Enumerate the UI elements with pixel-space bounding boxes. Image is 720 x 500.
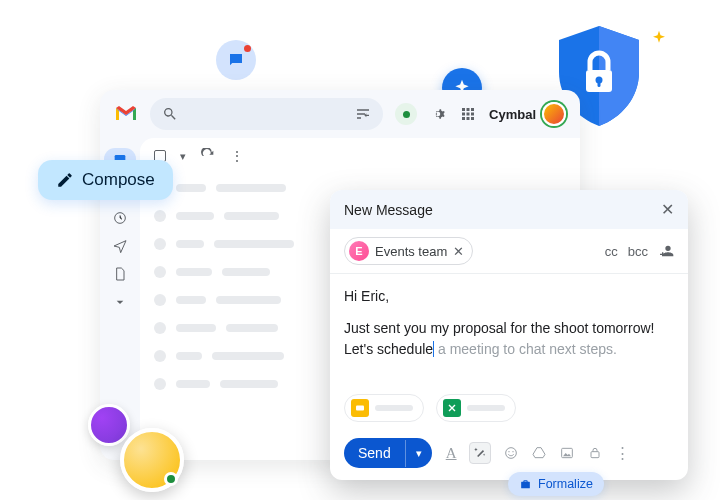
chat-bubble-decoration <box>216 40 256 80</box>
compose-header: New Message ✕ <box>330 190 688 229</box>
apps-icon[interactable] <box>459 105 477 123</box>
sheets-file-icon <box>443 399 461 417</box>
svg-point-8 <box>512 451 513 452</box>
status-active-icon <box>395 103 417 125</box>
clock-icon[interactable] <box>112 210 128 226</box>
contact-avatar-1 <box>88 404 130 446</box>
chat-icon <box>227 51 245 69</box>
person-add-icon[interactable] <box>658 243 674 259</box>
magic-wand-icon[interactable] <box>469 442 491 464</box>
chevron-down-icon[interactable] <box>112 294 128 310</box>
gmail-logo-icon <box>114 105 138 123</box>
cc-button[interactable]: cc <box>605 244 618 259</box>
pencil-icon <box>56 171 74 189</box>
smart-compose-suggestion: a meeting to chat next steps. <box>434 341 617 357</box>
slides-file-icon <box>351 399 369 417</box>
recipient-avatar-icon: E <box>349 241 369 261</box>
emoji-icon[interactable] <box>503 445 519 461</box>
search-input[interactable] <box>150 98 383 130</box>
compose-title: New Message <box>344 202 433 218</box>
svg-rect-10 <box>591 452 599 458</box>
presence-active-icon <box>164 472 178 486</box>
attachments-row <box>330 394 688 430</box>
recipient-chip-label: Events team <box>375 244 447 259</box>
list-toolbar: ▾ ⋮ <box>154 148 566 164</box>
send-button-label: Send <box>344 438 405 468</box>
lock-time-icon[interactable] <box>587 445 603 461</box>
remove-recipient-icon[interactable]: ✕ <box>453 244 464 259</box>
body-compose-line: Let's schedule a meeting to chat next st… <box>344 339 674 361</box>
formatting-toolbar: A ⋮ <box>446 442 632 464</box>
attachment-sheets[interactable] <box>436 394 516 422</box>
send-button[interactable]: Send ▾ <box>344 438 432 468</box>
tune-icon[interactable] <box>355 106 371 122</box>
overflow-icon[interactable]: ⋮ <box>230 148 246 164</box>
image-icon[interactable] <box>559 445 575 461</box>
compose-button[interactable]: Compose <box>38 160 173 200</box>
compose-button-label: Compose <box>82 170 155 190</box>
svg-point-6 <box>505 448 516 459</box>
bcc-button[interactable]: bcc <box>628 244 648 259</box>
drive-icon[interactable] <box>531 445 547 461</box>
compose-footer: Send ▾ A ⋮ <box>330 430 688 480</box>
chevron-down-icon[interactable]: ▾ <box>180 150 186 163</box>
attachment-slides[interactable] <box>344 394 424 422</box>
svg-point-7 <box>508 451 509 452</box>
gmail-header: Cymbal <box>100 90 580 138</box>
notification-dot-icon <box>244 45 251 52</box>
sparkle-icon <box>650 30 668 48</box>
body-typed-text: Let's schedule <box>344 341 433 357</box>
gear-icon[interactable] <box>429 105 447 123</box>
header-actions <box>395 103 477 125</box>
formalize-label: Formalize <box>538 477 593 491</box>
avatar[interactable] <box>542 102 566 126</box>
org-brand: Cymbal <box>489 102 566 126</box>
file-icon[interactable] <box>112 266 128 282</box>
org-name: Cymbal <box>489 107 536 122</box>
compose-window: New Message ✕ E Events team ✕ cc bcc Hi … <box>330 190 688 480</box>
sent-icon[interactable] <box>112 238 128 254</box>
contact-avatar-2 <box>120 428 184 492</box>
briefcase-icon <box>519 478 532 491</box>
gmail-logo <box>114 105 138 123</box>
recipients-row[interactable]: E Events team ✕ cc bcc <box>330 229 688 274</box>
search-icon <box>162 106 178 122</box>
formalize-button[interactable]: Formalize <box>508 472 604 496</box>
body-line: Just sent you my proposal for the shoot … <box>344 318 674 340</box>
message-body[interactable]: Hi Eric, Just sent you my proposal for t… <box>330 274 688 394</box>
recipient-chip[interactable]: E Events team ✕ <box>344 237 473 265</box>
svg-rect-2 <box>598 81 601 87</box>
overflow-icon[interactable]: ⋮ <box>615 444 632 462</box>
close-icon[interactable]: ✕ <box>661 200 674 219</box>
refresh-icon[interactable] <box>200 148 216 164</box>
body-greeting: Hi Eric, <box>344 286 674 308</box>
svg-rect-5 <box>356 406 364 411</box>
text-format-icon[interactable]: A <box>446 445 457 462</box>
send-options-dropdown[interactable]: ▾ <box>405 440 432 467</box>
